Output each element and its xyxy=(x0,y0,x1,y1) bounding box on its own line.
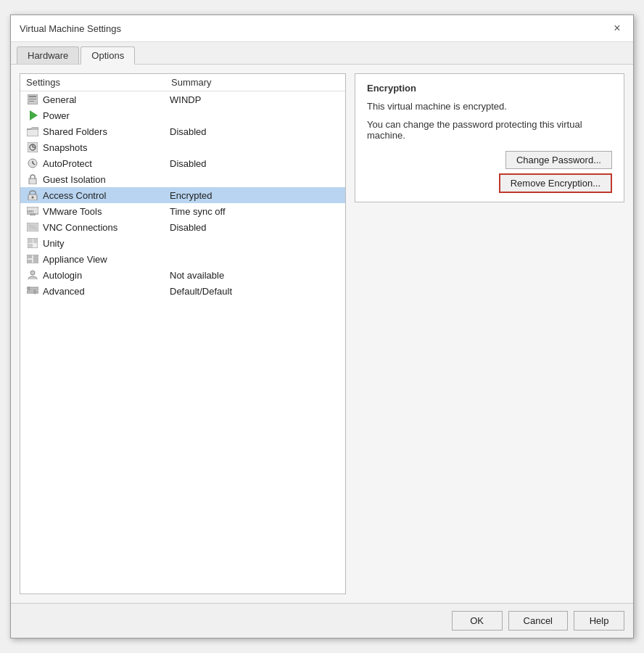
general-label: General xyxy=(43,94,170,105)
encryption-desc2: You can change the password protecting t… xyxy=(367,119,612,141)
autoprotect-icon xyxy=(26,157,39,169)
svg-rect-23 xyxy=(33,239,37,243)
tabs-bar: Hardware Options xyxy=(11,42,633,65)
svg-rect-32 xyxy=(28,287,30,290)
row-vnc-connections[interactable]: VNC Connections Disabled xyxy=(20,219,345,235)
svg-rect-26 xyxy=(28,255,32,258)
row-power[interactable]: Power xyxy=(20,107,345,123)
main-window: Virtual Machine Settings × Hardware Opti… xyxy=(10,15,634,638)
remove-encryption-button[interactable]: Remove Encryption... xyxy=(499,173,612,193)
advanced-summary: Default/Default xyxy=(170,286,232,297)
col-summary-header: Summary xyxy=(171,77,212,88)
row-access-control[interactable]: Access Control Encrypted xyxy=(20,187,345,203)
svg-rect-24 xyxy=(28,244,33,247)
help-button[interactable]: Help xyxy=(574,611,624,631)
access-control-summary: Encrypted xyxy=(170,190,212,201)
window-title: Virtual Machine Settings xyxy=(20,23,121,34)
ok-button[interactable]: OK xyxy=(452,611,503,631)
row-vmware-tools[interactable]: vm VMware Tools Time sync off xyxy=(20,203,345,219)
close-button[interactable]: × xyxy=(610,21,624,36)
encryption-title: Encryption xyxy=(367,83,612,94)
settings-panel: Settings Summary General WINDP xyxy=(20,73,346,594)
snapshots-label: Snapshots xyxy=(43,142,170,153)
svg-rect-12 xyxy=(29,178,36,184)
row-unity[interactable]: Unity xyxy=(20,235,345,251)
autologin-label: Autologin xyxy=(43,270,170,281)
guest-isolation-label: Guest Isolation xyxy=(43,174,170,185)
svg-rect-33 xyxy=(34,290,36,294)
autologin-summary: Not available xyxy=(170,270,224,281)
row-snapshots[interactable]: Snapshots xyxy=(20,139,345,155)
autoprotect-label: AutoProtect xyxy=(43,158,170,169)
row-general[interactable]: General WINDP xyxy=(20,91,345,107)
general-summary: WINDP xyxy=(170,94,201,105)
encryption-box: Encryption This virtual machine is encry… xyxy=(355,73,624,202)
footer: OK Cancel Help xyxy=(11,603,633,638)
row-advanced[interactable]: Advanced Default/Default xyxy=(20,283,345,299)
vmware-tools-label: VMware Tools xyxy=(43,206,170,217)
unity-label: Unity xyxy=(43,238,170,249)
vnc-connections-icon xyxy=(26,221,39,233)
guest-isolation-icon xyxy=(26,173,39,185)
encryption-buttons: Change Password... Remove Encryption... xyxy=(367,148,612,193)
shared-folders-icon xyxy=(26,126,39,137)
svg-rect-28 xyxy=(28,260,32,263)
svg-rect-1 xyxy=(29,96,36,97)
appliance-view-label: Appliance View xyxy=(43,254,170,265)
general-icon xyxy=(26,94,39,105)
svg-rect-16 xyxy=(30,214,35,215)
tab-options[interactable]: Options xyxy=(80,46,135,65)
content-area: Settings Summary General WINDP xyxy=(11,65,633,603)
advanced-label: Advanced xyxy=(43,286,170,297)
svg-point-14 xyxy=(32,197,34,199)
title-bar: Virtual Machine Settings × xyxy=(11,15,633,42)
appliance-view-icon xyxy=(26,253,39,265)
row-autoprotect[interactable]: AutoProtect Disabled xyxy=(20,155,345,171)
snapshots-icon xyxy=(26,141,39,153)
row-guest-isolation[interactable]: Guest Isolation xyxy=(20,171,345,187)
row-autologin[interactable]: Autologin Not available xyxy=(20,267,345,283)
power-label: Power xyxy=(43,110,170,121)
shared-folders-label: Shared Folders xyxy=(43,126,170,137)
col-settings-header: Settings xyxy=(26,77,171,88)
unity-icon xyxy=(26,237,39,249)
vmware-tools-icon: vm xyxy=(26,205,39,217)
encryption-desc1: This virtual machine is encrypted. xyxy=(367,101,612,112)
right-panel: Encryption This virtual machine is encry… xyxy=(355,73,624,594)
settings-header: Settings Summary xyxy=(20,74,345,91)
cancel-button[interactable]: Cancel xyxy=(508,611,568,631)
change-password-button[interactable]: Change Password... xyxy=(505,151,612,169)
row-appliance-view[interactable]: Appliance View xyxy=(20,251,345,267)
autoprotect-summary: Disabled xyxy=(170,158,207,169)
settings-list: General WINDP Power Shared Folder xyxy=(20,91,345,594)
svg-rect-2 xyxy=(29,99,36,99)
svg-rect-22 xyxy=(28,239,33,243)
vmware-tools-summary: Time sync off xyxy=(170,206,226,217)
advanced-icon xyxy=(26,285,39,297)
tab-hardware[interactable]: Hardware xyxy=(17,46,79,64)
svg-rect-31 xyxy=(27,291,38,293)
vnc-connections-summary: Disabled xyxy=(170,222,207,233)
svg-rect-4 xyxy=(27,129,38,136)
access-control-label: Access Control xyxy=(43,190,170,201)
svg-rect-3 xyxy=(29,101,34,102)
shared-folders-summary: Disabled xyxy=(170,126,207,137)
access-control-icon xyxy=(26,189,39,201)
row-shared-folders[interactable]: Shared Folders Disabled xyxy=(20,123,345,139)
vnc-connections-label: VNC Connections xyxy=(43,222,170,233)
svg-point-29 xyxy=(30,271,35,275)
power-icon xyxy=(26,110,39,121)
svg-text:vm: vm xyxy=(28,209,33,213)
svg-rect-27 xyxy=(33,255,38,263)
autologin-icon xyxy=(26,269,39,281)
